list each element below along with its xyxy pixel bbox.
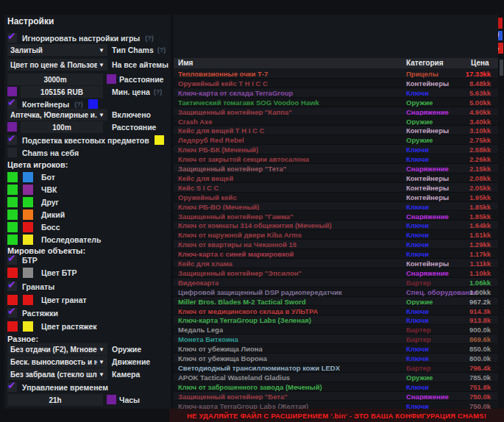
chams-self-checkbox[interactable] bbox=[7, 148, 17, 157]
column-header-name[interactable]: Имя bbox=[178, 59, 193, 67]
table-row[interactable]: Ледоруб Red RebelОружие2.75kk bbox=[174, 135, 498, 145]
table-row[interactable]: Ключ от убежища ВоронаКлючи800.0k bbox=[174, 354, 498, 363]
table-row[interactable]: Crash AxeОружие3.40kk bbox=[174, 117, 498, 126]
table-row[interactable]: Защищенный контейнер "Бета"Снаряжение750… bbox=[174, 392, 498, 401]
player-color-swatch[interactable] bbox=[23, 172, 33, 182]
table-row[interactable]: Кейс для вещейКонтейнеры2.08kk bbox=[174, 174, 498, 183]
quest-highlight-color-swatch[interactable] bbox=[155, 135, 164, 145]
distance-label: Расстояние bbox=[119, 75, 163, 84]
table-row[interactable]: Кейс S I C CКонтейнеры2.05kk bbox=[174, 183, 498, 193]
table-row[interactable]: Ключ от наружной двери Kiba ArmsКлючи1.5… bbox=[174, 230, 498, 240]
table-row[interactable]: Цифровой защищенный DSP радиопередатчикС… bbox=[174, 287, 498, 297]
min-price-input[interactable]: 105156 RUB bbox=[21, 86, 103, 98]
help-icon[interactable]: (?) bbox=[145, 35, 154, 42]
table-row[interactable]: Кейс для хламаКонтейнеры1.11kk bbox=[174, 259, 498, 268]
table-row[interactable]: Защищенный контейнер "Гамма"Снаряжение1.… bbox=[174, 212, 498, 221]
table-row[interactable]: Ключ от комнаты 314 общежития (Меченый)К… bbox=[174, 221, 498, 230]
table-row[interactable]: APOK Tactical Wasteland GladiusОружие785… bbox=[174, 373, 498, 382]
player-color-swatch[interactable] bbox=[7, 210, 18, 220]
table-row[interactable]: Ключ РБ-БК (Меченый)Ключи2.58kk bbox=[174, 145, 498, 154]
player-color-swatch[interactable] bbox=[7, 222, 18, 232]
min-price-color-swatch[interactable] bbox=[7, 87, 17, 96]
chams-type-dropdown[interactable]: Залитый ▼ bbox=[7, 44, 107, 56]
world-object-color-swatch[interactable] bbox=[7, 321, 18, 332]
player-color-swatch[interactable] bbox=[7, 235, 18, 245]
item-category-cell: Ключи bbox=[406, 89, 429, 97]
world-object-color-swatch[interactable] bbox=[7, 295, 18, 305]
table-row[interactable]: ВидеокартаБартер1.06kk bbox=[174, 278, 498, 287]
containers-color-swatch[interactable] bbox=[88, 99, 98, 109]
table-row[interactable]: Медаль LegaБартер900.0k bbox=[174, 325, 498, 335]
table-row[interactable]: Ключ от медицинского склада в УЛЬТРАКлюч… bbox=[174, 307, 498, 316]
table-row[interactable]: Miller Bros. Blades M-2 Tactical SwordОр… bbox=[174, 297, 498, 307]
distance-color-swatch[interactable] bbox=[107, 74, 116, 84]
camera-dropdown[interactable]: Без забрала (стекло шлема) ▼ bbox=[7, 368, 107, 380]
containers-checkbox[interactable] bbox=[7, 99, 17, 109]
table-row[interactable]: Ключ-карта от склада TerraGroupКлючи5.63… bbox=[174, 88, 498, 98]
table-row[interactable]: Ключ-карта TerraGroup Labs (Желтая)Ключи… bbox=[174, 401, 498, 410]
player-color-swatch[interactable] bbox=[23, 185, 33, 195]
table-row[interactable]: Оружейный кейс T H I C CКонтейнеры8.48kk bbox=[174, 79, 498, 88]
help-icon[interactable]: (?) bbox=[157, 46, 166, 54]
all-items-dropdown[interactable]: Цвет по цене & Пользователь ▼ bbox=[7, 59, 107, 71]
world-object-color-swatch[interactable] bbox=[7, 268, 18, 278]
ignore-game-settings-checkbox[interactable] bbox=[7, 33, 17, 43]
quest-highlight-checkbox[interactable] bbox=[7, 135, 17, 145]
column-header-category[interactable]: Категория bbox=[406, 59, 443, 67]
world-object-color-swatch[interactable] bbox=[23, 295, 33, 305]
table-scrollbar[interactable] bbox=[499, 58, 504, 409]
all-items-label: На все айтемы bbox=[112, 60, 168, 69]
time-control-checkbox[interactable] bbox=[7, 382, 17, 392]
containers-filter-dropdown[interactable]: Аптечка, Ювелирные и... ▼ bbox=[7, 109, 107, 121]
player-color-swatch[interactable] bbox=[7, 172, 18, 182]
containers-distance-color-swatch[interactable] bbox=[7, 122, 17, 132]
table-row[interactable]: Ключ от закрытой секции автосалонаКлючи2… bbox=[174, 154, 498, 164]
player-color-swatch[interactable] bbox=[23, 210, 33, 220]
table-row[interactable]: Ключ-карта TerraGroup Labs (Зеленая)Ключ… bbox=[174, 315, 498, 325]
weapon-dropdown[interactable]: Без отдачи (F2), Мгновенное п ▼ bbox=[7, 343, 107, 355]
player-color-swatch[interactable] bbox=[23, 222, 33, 232]
hours-color-swatch[interactable] bbox=[107, 395, 116, 404]
table-row[interactable]: Монета БиткоинаБартер869.6k bbox=[174, 335, 498, 344]
table-row[interactable]: Оружейный кейсКонтейнеры1.95kk bbox=[174, 193, 498, 202]
world-object-checkbox[interactable] bbox=[7, 255, 17, 265]
item-category-cell: Прицелы bbox=[406, 70, 439, 78]
distance-input[interactable]: 3000m bbox=[7, 74, 103, 85]
player-color-swatch[interactable] bbox=[23, 235, 33, 245]
world-object-checkbox[interactable] bbox=[7, 282, 17, 291]
containers-distance-input[interactable]: 100m bbox=[21, 121, 103, 133]
item-name-cell: Ключ-карта TerraGroup Labs (Зеленая) bbox=[178, 316, 311, 324]
item-name-cell: Защищенный контейнер "Тета" bbox=[178, 165, 286, 173]
table-row[interactable]: Ключ от убежища ЛионаКлючи850.0k bbox=[174, 344, 498, 354]
help-icon[interactable]: (?) bbox=[74, 101, 83, 108]
player-color-swatch[interactable] bbox=[23, 197, 33, 207]
table-row[interactable]: Ключ РБ-ВО (Меченый)Ключи1.85kk bbox=[174, 202, 498, 212]
world-object-color-swatch[interactable] bbox=[23, 268, 33, 278]
world-object-color-swatch[interactable] bbox=[23, 321, 33, 332]
table-row[interactable]: Ключ от квартиры на Чеканной 15Ключи1.29… bbox=[174, 240, 498, 249]
item-name-cell: Оружейный кейс bbox=[178, 193, 237, 201]
item-category-cell: Ключи bbox=[406, 203, 429, 211]
scrollbar-thumb[interactable] bbox=[500, 60, 503, 76]
hours-input[interactable]: 21h bbox=[7, 394, 103, 406]
column-header-price[interactable]: Цена bbox=[471, 59, 489, 67]
table-row[interactable]: Тактический томагавк SOG Voodoo HawkОруж… bbox=[174, 98, 498, 107]
movement-dropdown[interactable]: Беск. выносливость и нет уста ▼ bbox=[7, 356, 107, 368]
world-object-checkbox[interactable] bbox=[7, 308, 17, 318]
table-row[interactable]: Светодиодный трансиллюминатор кожи LEDXБ… bbox=[174, 363, 498, 373]
player-color-row: Бот bbox=[7, 171, 55, 182]
player-color-swatch[interactable] bbox=[7, 185, 18, 195]
item-name-cell: Ключ от убежища Ворона bbox=[178, 354, 267, 362]
table-row[interactable]: Тепловизионные очки Т-7Прицелы17.33kk bbox=[174, 69, 498, 79]
table-row[interactable]: Защищенный контейнер "Тета"Снаряжение2.1… bbox=[174, 164, 498, 174]
table-row[interactable]: Ключ от заброшенного завода (Меченый)Клю… bbox=[174, 382, 498, 392]
table-row[interactable]: Ключ-карта с синей маркировкойКлючи1.17k… bbox=[174, 249, 498, 259]
help-icon[interactable]: (?) bbox=[154, 88, 163, 96]
player-color-swatch[interactable] bbox=[7, 197, 18, 207]
chevron-down-icon: ▼ bbox=[99, 112, 104, 118]
item-price-cell: 1.85kk bbox=[469, 212, 491, 221]
table-row[interactable]: Защищенный контейнер "Эпсилон"Снаряжение… bbox=[174, 268, 498, 278]
table-row[interactable]: Защищенный контейнер "Каппа"Снаряжение4.… bbox=[174, 107, 498, 117]
table-row[interactable]: Кейс для вещей T H I C CКонтейнеры3.10kk bbox=[174, 126, 498, 135]
item-price-cell: 2.05kk bbox=[469, 184, 491, 192]
